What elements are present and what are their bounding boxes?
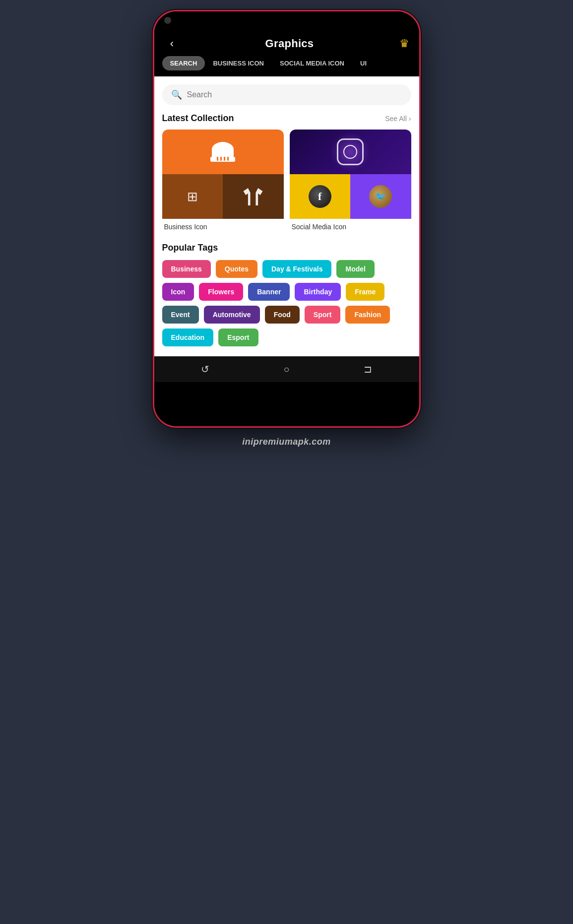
business-card-tshirt: [223, 174, 284, 219]
tag-banner[interactable]: Banner: [248, 283, 290, 301]
tag-birthday[interactable]: Birthday: [295, 283, 341, 301]
popular-tags-title: Popular Tags: [162, 243, 411, 253]
tab-ui[interactable]: UI: [352, 56, 375, 70]
facebook-icon: f: [309, 185, 331, 208]
latest-collection-title: Latest Collection: [162, 113, 234, 124]
search-bar-wrap: 🔍: [154, 76, 419, 111]
tab-search[interactable]: SEARCH: [162, 56, 205, 70]
search-input[interactable]: [187, 90, 402, 99]
business-card-gym: ⊞: [162, 174, 223, 219]
search-bar[interactable]: 🔍: [162, 84, 411, 105]
back-button[interactable]: ‹: [164, 37, 180, 50]
tag-food[interactable]: Food: [265, 306, 300, 324]
chevron-right-icon: ›: [409, 115, 411, 123]
footer-text: inipremiumapk.com: [242, 437, 331, 447]
latest-collection-header: Latest Collection See All ›: [154, 111, 419, 130]
tab-business-icon[interactable]: BUSINESS ICON: [205, 56, 272, 70]
recent-nav-icon[interactable]: ⊐: [364, 363, 372, 375]
tags-grid: Business Quotes Day & Festivals Model Ic…: [162, 260, 411, 346]
see-all-button[interactable]: See All ›: [385, 115, 411, 123]
tag-frame[interactable]: Frame: [346, 283, 384, 301]
chef-hat-icon: [210, 142, 235, 162]
social-card-top: [290, 130, 411, 174]
tshirt-icon: [243, 188, 263, 205]
search-icon: 🔍: [171, 89, 182, 100]
tag-fashion[interactable]: Fashion: [345, 306, 390, 324]
svg-marker-0: [244, 188, 263, 205]
business-icon-card[interactable]: ⊞ Business Icon: [162, 130, 284, 231]
tag-sport[interactable]: Sport: [305, 306, 341, 324]
tag-day-festivals[interactable]: Day & Festivals: [262, 260, 332, 278]
tag-quotes[interactable]: Quotes: [216, 260, 257, 278]
instagram-icon: [337, 138, 364, 165]
tag-automotive[interactable]: Automotive: [204, 306, 260, 324]
page-title: Graphics: [265, 37, 314, 50]
business-icon-label: Business Icon: [162, 219, 284, 231]
camera: [164, 17, 171, 24]
tag-model[interactable]: Model: [336, 260, 374, 278]
popular-tags-section: Popular Tags Business Quotes Day & Festi…: [154, 239, 419, 356]
tag-event[interactable]: Event: [162, 306, 199, 324]
tag-education[interactable]: Education: [162, 329, 214, 346]
twitter-icon: 🐦: [369, 185, 392, 208]
tag-esport[interactable]: Esport: [218, 329, 258, 346]
crown-icon[interactable]: ♛: [399, 37, 409, 50]
tag-icon[interactable]: Icon: [162, 283, 194, 301]
social-media-icon-label: Social Media Icon: [290, 219, 411, 231]
collection-row: ⊞ Business Icon: [154, 130, 419, 239]
app-header: ‹ Graphics ♛: [154, 29, 419, 56]
business-card-top: [162, 130, 284, 174]
business-card-grid: ⊞: [162, 130, 284, 219]
dumbbell-icon: ⊞: [187, 189, 198, 204]
tab-social-media-icon[interactable]: SOCIAL MEDIA ICON: [272, 56, 352, 70]
content-area: 🔍 Latest Collection See All ›: [154, 76, 419, 356]
tabs-bar: SEARCH BUSINESS ICON SOCIAL MEDIA ICON U…: [154, 56, 419, 76]
tag-flowers[interactable]: Flowers: [199, 283, 243, 301]
social-media-icon-card[interactable]: f 🐦 Social Media Icon: [290, 130, 411, 231]
social-card-grid: f 🐦: [290, 130, 411, 219]
home-nav-icon[interactable]: ○: [283, 364, 289, 375]
tag-business[interactable]: Business: [162, 260, 211, 278]
bottom-nav: ↺ ○ ⊐: [154, 356, 419, 382]
back-nav-icon[interactable]: ↺: [201, 363, 209, 375]
social-card-twitter: 🐦: [350, 174, 411, 219]
social-card-facebook: f: [290, 174, 351, 219]
